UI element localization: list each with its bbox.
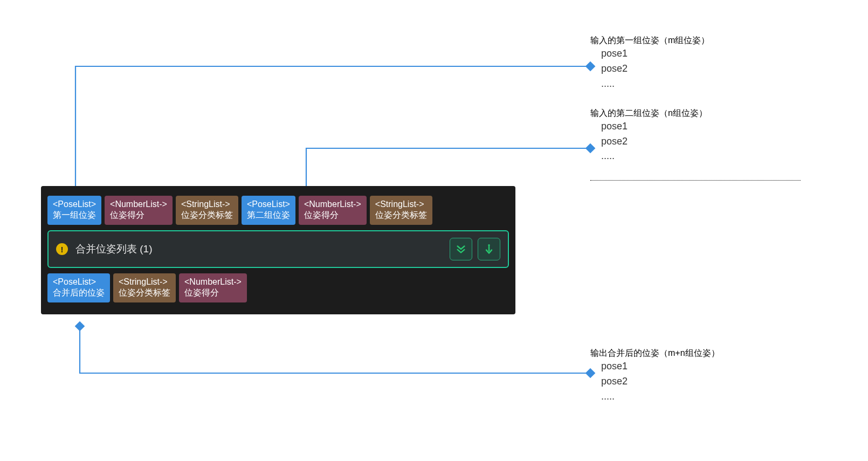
node-title: 合并位姿列表 (1) <box>75 242 444 256</box>
annotation-2-line: ..... <box>590 149 822 164</box>
annotation-1-line: ..... <box>590 77 822 92</box>
output-ports-row: <PoseList>合并后的位姿 <StringList->位姿分类标签 <Nu… <box>47 273 509 302</box>
annotation-3-title: 输出合并后的位姿（m+n组位姿） <box>590 348 828 359</box>
input-port-stringlist-2[interactable]: <StringList->位姿分类标签 <box>370 196 432 225</box>
input-port-numberlist-2[interactable]: <NumberList->位姿得分 <box>299 196 367 225</box>
collapse-button[interactable] <box>478 238 500 260</box>
input-port-numberlist-1[interactable]: <NumberList->位姿得分 <box>105 196 173 225</box>
input-port-stringlist-1[interactable]: <StringList->位姿分类标签 <box>176 196 238 225</box>
output-port-stringlist[interactable]: <StringList->位姿分类标签 <box>113 273 176 302</box>
merge-pose-list-node[interactable]: <PoseList>第一组位姿 <NumberList->位姿得分 <Strin… <box>41 186 515 314</box>
annotation-block-1: 输入的第一组位姿（m组位姿） pose1 pose2 ..... <box>590 35 822 92</box>
annotation-3-line: pose2 <box>590 374 828 389</box>
output-port-poselist[interactable]: <PoseList>合并后的位姿 <box>47 273 110 302</box>
arrow-down-icon <box>484 243 494 255</box>
annotation-2-title: 输入的第二组位姿（n组位姿） <box>590 108 822 119</box>
input-port-poselist-1[interactable]: <PoseList>第一组位姿 <box>47 196 101 225</box>
output-port-numberlist[interactable]: <NumberList->位姿得分 <box>179 273 247 302</box>
double-chevron-down-icon <box>455 243 467 255</box>
annotation-1-line: pose1 <box>590 46 822 61</box>
annotation-2-line: pose2 <box>590 134 822 149</box>
warning-icon: ! <box>56 243 68 255</box>
annotation-1-line: pose2 <box>590 61 822 77</box>
annotation-block-2: 输入的第二组位姿（n组位姿） pose1 pose2 ..... <box>590 108 822 164</box>
input-ports-row: <PoseList>第一组位姿 <NumberList->位姿得分 <Strin… <box>47 196 509 225</box>
annotation-2-line: pose1 <box>590 119 822 134</box>
annotation-block-3: 输出合并后的位姿（m+n组位姿） pose1 pose2 ..... <box>590 348 828 421</box>
annotation-divider <box>590 180 801 181</box>
input-port-poselist-2[interactable]: <PoseList>第二组位姿 <box>242 196 295 225</box>
annotation-1-title: 输入的第一组位姿（m组位姿） <box>590 35 822 46</box>
annotation-3-line: pose1 <box>590 359 828 374</box>
node-body[interactable]: ! 合并位姿列表 (1) <box>47 230 509 268</box>
expand-button[interactable] <box>450 238 472 260</box>
annotation-3-line: ..... <box>590 389 828 404</box>
